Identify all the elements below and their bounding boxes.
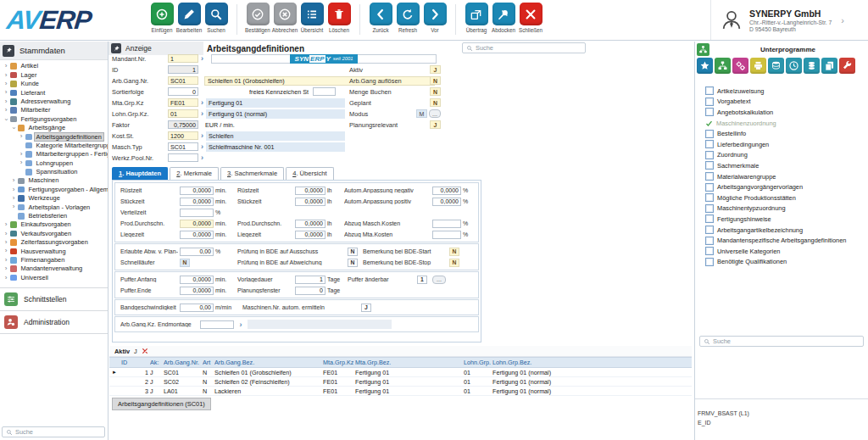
subprogram-item-maschinenzuordnung[interactable]: Maschinenzuordnung bbox=[705, 118, 868, 129]
tree-item-mitarbeitergruppen-fertig[interactable]: ›Mitarbeitergruppen - Fertig bbox=[0, 150, 108, 159]
form-field[interactable]: 0,0000 bbox=[295, 198, 326, 206]
tree-item-mandantenverwaltung[interactable]: ›Mandantenverwaltung bbox=[0, 265, 108, 273]
uebertrag-button[interactable]: Übertrag bbox=[464, 3, 489, 33]
company-card[interactable]: SYNERPY GmbH Chr.-Ritter-v.-Langheinrich… bbox=[710, 0, 868, 40]
tree-item-einkaufsvorgaben[interactable]: ›Einkaufsvorgaben bbox=[0, 220, 108, 229]
subprogram-item-materialwarengruppe[interactable]: Materialwarengruppe bbox=[705, 171, 868, 182]
coins-button[interactable] bbox=[804, 58, 820, 74]
column-header-ak[interactable]: Ak: bbox=[150, 359, 162, 366]
printer-button[interactable] bbox=[750, 58, 766, 74]
clock-button[interactable] bbox=[786, 58, 802, 74]
checkbox-icon[interactable] bbox=[705, 183, 714, 192]
subprogram-item-zuordnung[interactable]: Zuordnung bbox=[705, 150, 868, 161]
geplant-flag-field[interactable]: N bbox=[430, 98, 441, 107]
wrench-button[interactable] bbox=[839, 58, 855, 74]
zurueck-button[interactable]: Zurück bbox=[368, 3, 393, 33]
form-field[interactable]: 0,0000 bbox=[180, 220, 214, 228]
expand-arrow-icon[interactable]: › bbox=[3, 265, 9, 272]
tree-item-verkaufsvorgaben[interactable]: ›Verkaufsvorgaben bbox=[0, 229, 108, 237]
checkbox-icon[interactable] bbox=[705, 247, 714, 255]
suchen-button[interactable]: Suchen bbox=[203, 3, 229, 33]
subprogram-item-universelle-kategorien[interactable]: Universelle Kategorien bbox=[705, 246, 868, 257]
window-tab[interactable]: Arbeitsgangdefinitionen (SC01) bbox=[112, 398, 211, 410]
mta-grp-field[interactable]: FE01 bbox=[168, 98, 198, 107]
lohn-grp-field[interactable]: 01 bbox=[168, 109, 198, 118]
expand-arrow-icon[interactable]: › bbox=[3, 98, 9, 105]
form-field[interactable] bbox=[200, 320, 234, 329]
tree-item-kategorie-mitarbeitergruppen[interactable]: Kategorie Mitarbeitergruppen bbox=[0, 142, 108, 150]
kost-st-field[interactable]: 1200 bbox=[168, 131, 198, 140]
subprogram-item-artikelzuweisung[interactable]: Artikelzuweisung bbox=[705, 86, 868, 97]
checkbox-icon[interactable] bbox=[705, 151, 714, 159]
expand-arrow-icon[interactable]: › bbox=[18, 159, 25, 166]
column-header-arb-gang-nr[interactable]: Arb.Gang.Nr. bbox=[164, 359, 201, 366]
tab-3-sachmerkmale[interactable]: 3. Sachmerkmale bbox=[220, 167, 284, 180]
more-button[interactable]: ... bbox=[432, 276, 446, 284]
expand-arrow-icon[interactable]: › bbox=[3, 63, 9, 70]
gears-button[interactable] bbox=[732, 58, 748, 74]
subprogram-item-bestellinfo[interactable]: Bestellinfo bbox=[705, 128, 868, 139]
tab-1-hauptdaten[interactable]: 1. Hauptdaten bbox=[112, 167, 168, 180]
expand-arrow-icon[interactable]: › bbox=[10, 203, 17, 210]
checkbox-icon[interactable] bbox=[705, 214, 714, 223]
form-field[interactable]: 0,0000 bbox=[295, 231, 326, 239]
flag-field[interactable]: N bbox=[449, 259, 463, 267]
stack-button[interactable] bbox=[768, 58, 784, 74]
expand-arrow-icon[interactable]: › bbox=[10, 195, 17, 202]
checkbox-icon[interactable] bbox=[705, 108, 714, 116]
masch-typ-field[interactable]: SC01 bbox=[168, 142, 198, 151]
checkbox-icon[interactable] bbox=[705, 258, 714, 266]
form-field[interactable]: 0,0000 bbox=[180, 287, 214, 295]
sidebar-section-schnittstellen[interactable]: Schnittstellen bbox=[0, 287, 108, 310]
tree-item-artikel[interactable]: ›Artikel bbox=[0, 62, 108, 70]
table-row[interactable]: 2JSC02NSchleifen 02 (Feinschleifen)FE01F… bbox=[109, 377, 692, 387]
expand-arrow-icon[interactable]: › bbox=[3, 275, 9, 281]
flag-field[interactable]: N bbox=[348, 248, 361, 256]
tree-item-hausverwaltung[interactable]: ›Hausverwaltung bbox=[0, 247, 108, 255]
lookup-arrow-icon[interactable]: › bbox=[198, 98, 206, 107]
tree-item-betriebsferien[interactable]: Betriebsferien bbox=[0, 212, 108, 220]
lookup-arrow-icon[interactable]: › bbox=[198, 142, 206, 151]
schliessen-button[interactable]: Schließen bbox=[518, 3, 543, 33]
form-field[interactable]: 1 bbox=[295, 276, 326, 284]
expand-arrow-icon[interactable]: › bbox=[3, 89, 9, 96]
flag-field[interactable]: J bbox=[361, 304, 375, 312]
expand-arrow-icon[interactable]: › bbox=[18, 151, 25, 158]
form-field[interactable]: 0,0000 bbox=[180, 231, 214, 239]
abbrechen-button[interactable]: Abbrechen bbox=[272, 3, 298, 33]
lookup-arrow-icon[interactable]: › bbox=[236, 320, 246, 329]
sidebar-search-input[interactable]: Suche bbox=[2, 426, 105, 437]
subprogram-item-mogliche-produktionsstatten[interactable]: Mögliche Produktionsstätten bbox=[705, 192, 868, 203]
form-field[interactable] bbox=[432, 231, 461, 239]
loeschen-button[interactable]: Löschen bbox=[326, 3, 352, 33]
subprogram-item-sachmerkmale[interactable]: Sachmerkmale bbox=[705, 160, 868, 171]
aktiv-flag-field[interactable]: J bbox=[430, 65, 441, 74]
subprogram-item-arbeitsgangartikelbezeichnung[interactable]: Arbeitsgangartikelbezeichnung bbox=[705, 225, 868, 236]
form-field[interactable]: 0,0000 bbox=[295, 220, 326, 228]
aufloesen-flag-field[interactable]: N bbox=[430, 76, 441, 85]
uebersicht-button[interactable]: Übersicht bbox=[299, 3, 325, 33]
subprogram-item-fertigungshinweise[interactable]: Fertigungshinweise bbox=[705, 214, 868, 225]
expand-arrow-icon[interactable]: › bbox=[3, 221, 9, 228]
lookup-arrow-icon[interactable]: › bbox=[198, 153, 206, 162]
modus-field[interactable]: M bbox=[416, 109, 427, 118]
tree-item-arbeitsgange[interactable]: ›Arbeitsgänge bbox=[0, 124, 108, 132]
main-search-input[interactable]: Suche bbox=[462, 42, 586, 53]
flag-field[interactable]: N bbox=[449, 248, 463, 256]
subprogram-item-mandantenspezifische-arbeitsgangdefinitionen[interactable]: Mandantenspezifische Arbeitsgangdefiniti… bbox=[705, 235, 868, 246]
form-field[interactable]: 0,0000 bbox=[295, 187, 326, 195]
planung-flag-field[interactable]: J bbox=[430, 120, 441, 129]
expand-arrow-icon[interactable]: › bbox=[3, 116, 9, 123]
einfuegen-button[interactable]: Einfügen bbox=[149, 3, 175, 33]
expand-arrow-icon[interactable]: › bbox=[3, 231, 9, 237]
checkbox-icon[interactable] bbox=[705, 97, 714, 106]
form-field[interactable]: 0,0000 bbox=[180, 198, 214, 206]
checkbox-icon[interactable] bbox=[705, 237, 714, 245]
mandant-nr-field[interactable]: 1 bbox=[168, 54, 198, 63]
modus-more-button[interactable]: ... bbox=[429, 109, 441, 118]
form-field[interactable]: 0,0000 bbox=[180, 276, 214, 284]
tree-item-universell[interactable]: ›Universell bbox=[0, 273, 108, 281]
expand-arrow-icon[interactable]: › bbox=[3, 257, 9, 264]
expand-arrow-icon[interactable]: › bbox=[3, 248, 9, 254]
expand-arrow-icon[interactable]: › bbox=[3, 239, 9, 246]
